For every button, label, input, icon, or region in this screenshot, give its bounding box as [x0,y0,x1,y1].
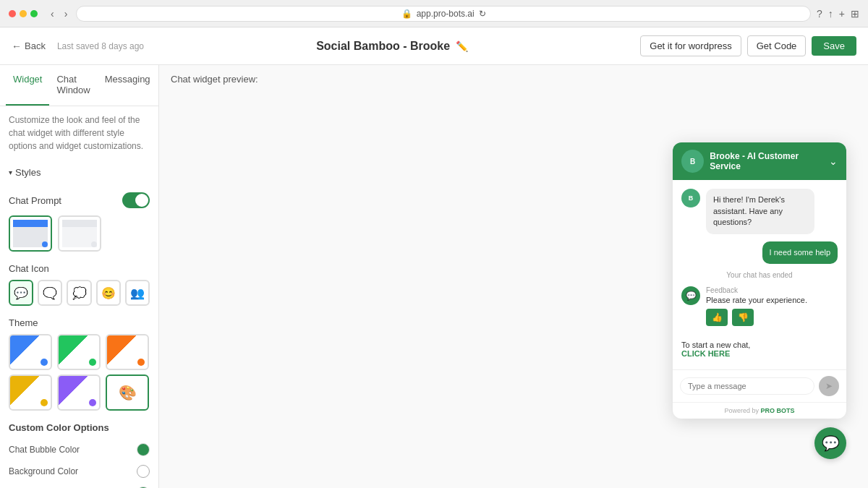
style-option-2[interactable] [58,215,101,252]
thumbs-up-button[interactable]: 👍 [706,309,728,326]
app-header: ← Back Last saved 8 days ago Social Bamb… [0,27,868,65]
powered-by-brand[interactable]: PRO BOTS [761,407,795,414]
theme-option-purple[interactable] [57,374,101,411]
chevron-down-icon: ▾ [9,168,12,176]
color-picker-background[interactable] [137,465,150,478]
back-arrow-icon: ← [12,40,22,52]
save-button[interactable]: Save [812,36,856,56]
get-code-button[interactable]: Get Code [747,35,807,56]
help-icon[interactable]: ? [817,8,822,20]
theme-dot-yellow [41,399,48,406]
widget-style-options [0,215,158,260]
edit-icon[interactable]: ✏️ [456,40,468,52]
dot-maximize[interactable] [30,10,38,17]
nav-forward-button[interactable]: › [61,7,71,21]
sidebar-tabs: Widget Chat Window Messaging [0,65,158,106]
back-label: Back [25,40,46,51]
new-chat-text: To start a new chat, [681,341,750,349]
chat-prompt-toggle[interactable] [122,192,150,208]
dot-minimize[interactable] [20,10,27,17]
new-tab-icon[interactable]: + [839,8,845,20]
chat-fab-icon: 💬 [822,435,840,452]
sidebar: Widget Chat Window Messaging Customize t… [0,65,159,488]
browser-dots [9,10,38,17]
chat-window: B Brooke - AI Customer Service ⌄ B Hi th… [673,142,846,419]
feedback-content: Feedback Please rate your experience. 👍 … [706,286,807,326]
chat-fab-button[interactable]: 💬 [814,427,846,459]
share-icon[interactable]: ↑ [828,8,833,20]
theme-option-blue[interactable] [9,334,52,370]
lock-icon: 🔒 [401,9,412,19]
chat-icon-label: Chat Icon [0,260,158,280]
thumbs-down-button[interactable]: 👎 [732,309,754,326]
icon-option-speech-bubble-filled[interactable]: 💬 [9,280,33,306]
chat-input-area: ➤ [673,369,846,402]
theme-dot-orange [137,359,145,366]
app-body: Widget Chat Window Messaging Customize t… [0,65,868,488]
chat-prompt-row: Chat Prompt [0,189,158,215]
chat-ended-text: Your chat has ended [681,271,838,279]
tab-messaging[interactable]: Messaging [98,65,158,106]
chat-header-left: B Brooke - AI Customer Service [681,150,829,173]
refresh-icon: ↻ [479,9,486,19]
powered-by-text: Powered by [724,407,759,414]
powered-by: Powered by PRO BOTS [673,402,846,419]
chat-header-chevron-icon[interactable]: ⌄ [829,155,838,167]
palette-icon: 🎨 [119,384,137,401]
theme-dot-blue [41,359,48,366]
get-wordpress-button[interactable]: Get it for wordpress [640,35,741,56]
title-text: Social Bamboo - Brooke [316,40,450,53]
chat-header: B Brooke - AI Customer Service ⌄ [673,142,846,180]
feedback-section: 💬 Feedback Please rate your experience. … [681,283,838,336]
browser-chrome: ‹ › 🔒 app.pro-bots.ai ↻ ? ↑ + ⊞ [0,0,868,27]
sidebar-description: Customize the look and feel of the chat … [0,106,158,160]
app-header-right: Get it for wordpress Get Code Save [640,35,856,56]
back-button[interactable]: ← Back [12,40,46,52]
theme-option-palette[interactable]: 🎨 [106,374,149,411]
nav-back-button[interactable]: ‹ [48,7,57,21]
bot-greeting-message: B Hi there! I'm Derek's assistant. Have … [681,189,838,234]
style-1-dot [42,241,48,247]
icon-option-smiley[interactable]: 😊 [96,280,121,306]
user-bubble: I need some help [762,241,838,264]
color-row-chat-bubble: Chat Bubble Color [0,439,158,461]
style-2-dot [91,241,97,247]
theme-option-orange[interactable] [106,334,149,370]
feedback-text: Please rate your experience. [706,296,807,304]
chat-body: B Hi there! I'm Derek's assistant. Have … [673,180,846,369]
color-picker-chat-bubble[interactable] [137,443,150,456]
theme-option-green[interactable] [57,334,101,370]
theme-dot-purple [89,399,96,406]
color-label-chat-bubble: Chat Bubble Color [9,445,80,455]
preview-label: Chat widget preview: [159,65,868,93]
theme-option-yellow[interactable] [9,374,52,411]
send-button[interactable]: ➤ [819,376,839,396]
feedback-buttons: 👍 👎 [706,309,807,326]
chat-prompt-label: Chat Prompt [9,195,61,206]
new-chat-link[interactable]: CLICK HERE [681,349,730,358]
app-header-left: ← Back Last saved 8 days ago [12,40,144,52]
styles-label: Styles [15,167,41,178]
theme-grid: 🎨 [0,334,158,419]
chat-header-avatar: B [681,150,704,173]
feedback-bot-row: 💬 Feedback Please rate your experience. … [681,286,838,326]
theme-label: Theme [0,314,158,334]
url-text: app.pro-bots.ai [417,9,475,19]
icon-option-people[interactable]: 👥 [125,280,150,306]
custom-color-label: Custom Color Options [0,419,158,439]
extensions-icon[interactable]: ⊞ [851,8,859,20]
chat-input[interactable] [680,377,814,395]
tab-widget[interactable]: Widget [6,65,49,106]
url-bar[interactable]: 🔒 app.pro-bots.ai ↻ [76,6,811,22]
icon-option-message-square[interactable]: 💭 [67,280,91,306]
style-1-header [13,220,48,227]
bot-avatar: B [681,189,700,207]
color-row-background: Background Color [0,461,158,482]
last-saved-text: Last saved 8 days ago [57,41,144,51]
style-option-1[interactable] [9,215,52,252]
main-content: Chat widget preview: B Brooke - AI Custo… [159,65,868,488]
tab-chat-window[interactable]: Chat Window [49,65,97,106]
styles-section-header[interactable]: ▾ Styles [9,167,150,178]
icon-option-chat-dots[interactable]: 🗨️ [38,280,62,306]
dot-close[interactable] [9,10,16,17]
